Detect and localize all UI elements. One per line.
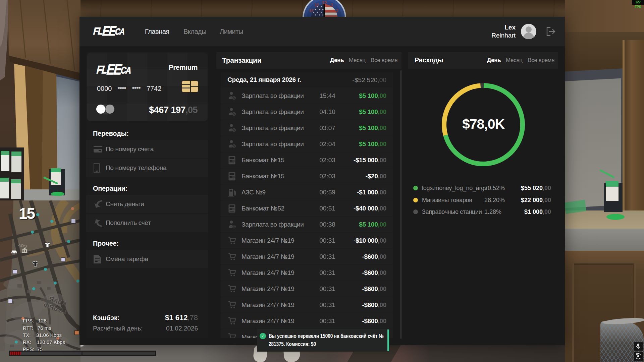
svg-text:$: $	[233, 225, 235, 228]
svg-text:$: $	[233, 96, 235, 100]
svg-text:$: $	[233, 144, 235, 148]
svg-text:$: $	[233, 112, 235, 116]
svg-text:$: $	[233, 128, 235, 132]
